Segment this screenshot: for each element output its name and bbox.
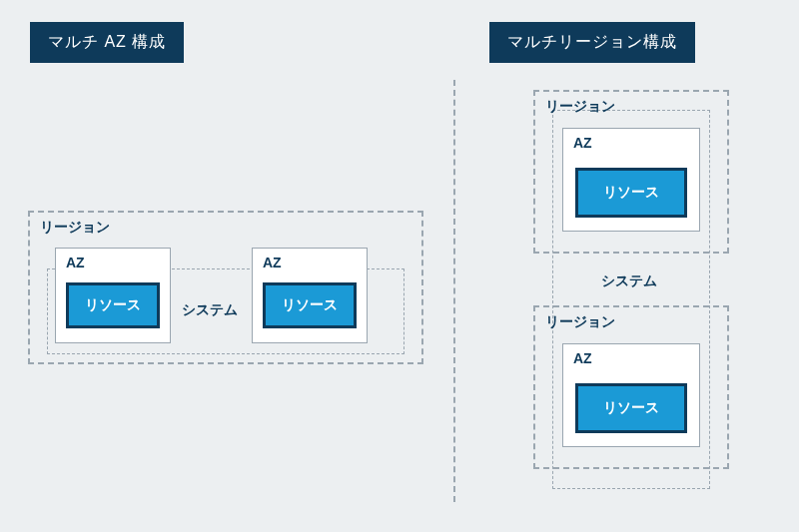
multi-region-title-text: マルチリージョン構成 [507,33,677,50]
right-region-label-2: リージョン [545,313,615,331]
multi-region-title: マルチリージョン構成 [489,22,695,63]
left-az-label-2: AZ [263,255,282,270]
left-resource-box-1: リソース [66,282,160,328]
right-az-label-1: AZ [573,135,592,151]
left-az-label-1: AZ [66,255,85,270]
right-resource-label-1: リソース [603,184,659,202]
right-az-label-2: AZ [573,350,592,366]
right-resource-box-2: リソース [575,383,687,433]
right-resource-box-1: リソース [575,168,687,218]
left-resource-box-2: リソース [263,282,357,328]
left-region-label: リージョン [40,219,110,237]
right-resource-label-2: リソース [603,399,659,417]
left-resource-label-1: リソース [85,296,141,314]
right-region-label-1: リージョン [545,98,615,116]
vertical-divider [453,80,455,502]
multi-az-title: マルチ AZ 構成 [30,22,184,63]
left-system-label: システム [182,301,238,319]
right-system-label: システム [601,272,657,290]
multi-az-title-text: マルチ AZ 構成 [48,33,166,50]
left-resource-label-2: リソース [282,296,338,314]
